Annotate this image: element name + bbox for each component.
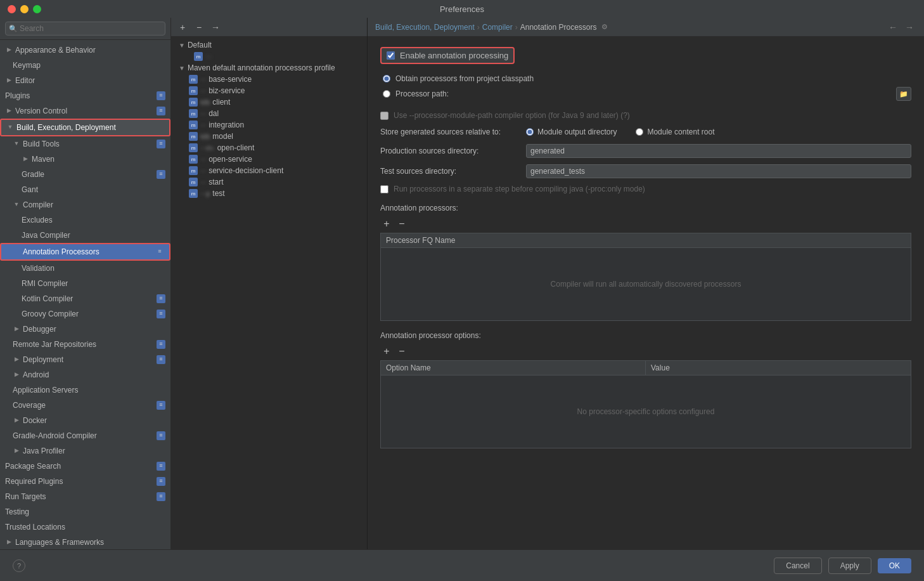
enable-annotation-checkbox[interactable] <box>387 51 395 60</box>
sidebar-item-label: Maven <box>32 153 55 165</box>
sidebar-item-label: RMI Compiler <box>22 278 68 289</box>
sidebar-item-annotation-processors[interactable]: Annotation Processors ≡ <box>0 243 170 261</box>
file-item-open-service[interactable]: m ··· open-service <box>171 153 367 165</box>
sidebar-item-application-servers[interactable]: Application Servers <box>0 382 170 398</box>
sidebar-item-version-control[interactable]: ▶ Version Control ≡ <box>0 103 170 119</box>
nav-back-button[interactable]: ← <box>886 21 900 34</box>
remove-option-button[interactable]: − <box>395 345 408 358</box>
sidebar-item-label: Testing <box>5 506 29 518</box>
sidebar-item-label: Build Tools <box>23 138 60 150</box>
sidebar-item-java-profiler[interactable]: ▶ Java Profiler <box>0 443 170 459</box>
radio-processor-path[interactable] <box>383 90 390 98</box>
file-item-start[interactable]: m ··· start <box>171 176 367 188</box>
copy-profile-button[interactable]: → <box>209 21 222 34</box>
sidebar-item-label: Coverage <box>13 400 46 411</box>
breadcrumb-bar: Build, Execution, Deployment › Compiler … <box>368 18 924 37</box>
sidebar-item-appearance[interactable]: ▶ Appearance & Behavior <box>0 42 170 58</box>
test-sources-input[interactable] <box>526 164 911 178</box>
processor-module-path-checkbox[interactable] <box>380 112 388 120</box>
sidebar-item-package-search[interactable]: Package Search ≡ <box>0 459 170 474</box>
minimize-button[interactable] <box>20 5 29 13</box>
main-content: 🔍 ▶ Appearance & Behavior Keymap ▶ Edito… <box>0 18 924 549</box>
sidebar-item-gradle[interactable]: Gradle ≡ <box>0 167 170 182</box>
remove-profile-button[interactable]: − <box>193 21 205 34</box>
file-item-maven-default[interactable]: ▼ Maven default annotation processors pr… <box>171 62 367 74</box>
nav-forward-button[interactable]: → <box>902 21 916 34</box>
prefix-blurred: tdb <box>200 133 210 140</box>
breadcrumb-part2[interactable]: Compiler <box>482 23 513 32</box>
maximize-button[interactable] <box>33 5 41 13</box>
file-item-biz-service[interactable]: m ··· biz-service <box>171 85 367 96</box>
add-option-button[interactable]: + <box>380 345 393 358</box>
file-item-model[interactable]: m tdb model <box>171 131 367 142</box>
annotation-processor-options-title: Annotation processor options: <box>380 331 911 340</box>
sidebar-item-maven[interactable]: ▶ Maven <box>0 152 170 167</box>
sidebar-item-build-exec-deploy[interactable]: ▼ Build, Execution, Deployment <box>0 119 170 136</box>
sidebar-item-languages-frameworks[interactable]: ▶ Languages & Frameworks <box>0 535 170 549</box>
sidebar-item-keymap[interactable]: Keymap <box>0 58 170 73</box>
sidebar-item-gradle-android[interactable]: Gradle-Android Compiler ≡ <box>0 428 170 443</box>
close-button[interactable] <box>8 5 16 13</box>
sidebar-item-rmi-compiler[interactable]: RMI Compiler <box>0 276 170 291</box>
file-item-base-service[interactable]: m ··· base-service <box>171 74 367 85</box>
production-sources-input[interactable] <box>526 144 911 158</box>
store-sources-label: Store generated sources relative to: <box>380 127 520 136</box>
sidebar-item-label: Appearance & Behavior <box>15 44 96 56</box>
sidebar-item-validation[interactable]: Validation <box>0 261 170 276</box>
ok-button[interactable]: OK <box>878 558 911 573</box>
sidebar-item-android[interactable]: ▶ Android <box>0 367 170 382</box>
sidebar-item-build-tools[interactable]: ▼ Build Tools ≡ <box>0 136 170 152</box>
breadcrumb-part1[interactable]: Build, Execution, Deployment <box>375 23 475 32</box>
file-item-service-decision-client[interactable]: m ··· service-decision-client <box>171 165 367 176</box>
sidebar-item-debugger[interactable]: ▶ Debugger <box>0 322 170 337</box>
sidebar-item-label: Debugger <box>23 323 56 335</box>
file-item-label: start <box>209 178 223 186</box>
prefix-blurred: ··· <box>200 167 206 174</box>
file-item-open-client[interactable]: m ···rn- open-client <box>171 142 367 153</box>
radio-content-root[interactable] <box>636 128 643 136</box>
processor-path-folder-btn[interactable]: 📁 <box>896 87 911 101</box>
sidebar-item-label: Gant <box>22 184 38 195</box>
help-icon[interactable]: ? <box>13 559 25 572</box>
radio-module-output[interactable] <box>526 128 534 136</box>
module-icon: m <box>189 178 198 186</box>
radio-classpath[interactable] <box>383 75 390 82</box>
apply-button[interactable]: Apply <box>828 558 871 574</box>
file-item-integration[interactable]: m ··· integration <box>171 119 367 131</box>
sidebar-item-kotlin-compiler[interactable]: Kotlin Compiler ≡ <box>0 291 170 306</box>
file-item-default-child[interactable]: m ··· <box>171 51 367 62</box>
sidebar-item-testing[interactable]: Testing <box>0 504 170 519</box>
sidebar-item-gant[interactable]: Gant <box>0 182 170 197</box>
file-item-default[interactable]: ▼ Default <box>171 39 367 51</box>
remove-processor-button[interactable]: − <box>395 218 408 230</box>
run-processors-checkbox[interactable] <box>380 185 388 193</box>
sidebar-item-docker[interactable]: ▶ Docker <box>0 413 170 428</box>
search-input[interactable] <box>5 22 165 36</box>
file-item-client[interactable]: m tdb client <box>171 96 367 108</box>
sidebar-item-remote-jar[interactable]: Remote Jar Repositories ≡ <box>0 337 170 352</box>
file-item-label: Maven default annotation processors prof… <box>188 63 335 72</box>
sidebar-item-editor[interactable]: ▶ Editor <box>0 73 170 88</box>
sidebar-item-groovy-compiler[interactable]: Groovy Compiler ≡ <box>0 306 170 322</box>
file-item-dal[interactable]: m ··· dal <box>171 108 367 119</box>
file-item-test[interactable]: m ···p test <box>171 188 367 199</box>
sidebar-item-compiler[interactable]: ▼ Compiler <box>0 197 170 212</box>
add-profile-button[interactable]: + <box>176 21 189 34</box>
sidebar-item-label: Plugins <box>5 90 30 101</box>
sidebar-item-run-targets[interactable]: Run Targets ≡ <box>0 489 170 504</box>
sidebar-item-excludes[interactable]: Excludes <box>0 212 170 228</box>
add-processor-button[interactable]: + <box>380 218 393 230</box>
annotation-processor-options-toolbar: + − <box>380 345 911 358</box>
sidebar-item-label: Trusted Locations <box>5 521 65 533</box>
radio-module-output-label: Module output directory <box>537 127 617 136</box>
sidebar-badge: ≡ <box>157 294 165 303</box>
sidebar-item-java-compiler[interactable]: Java Compiler <box>0 228 170 243</box>
cancel-button[interactable]: Cancel <box>774 558 821 574</box>
sidebar-item-required-plugins[interactable]: Required Plugins ≡ <box>0 474 170 489</box>
sidebar-item-plugins[interactable]: Plugins ≡ <box>0 88 170 103</box>
sidebar-item-deployment[interactable]: ▶ Deployment ≡ <box>0 352 170 367</box>
sidebar-item-coverage[interactable]: Coverage ≡ <box>0 398 170 413</box>
sidebar-item-trusted-locations[interactable]: Trusted Locations <box>0 519 170 535</box>
radio-row-classpath: Obtain processors from project classpath <box>383 74 911 83</box>
enable-annotation-checkbox-label[interactable]: Enable annotation processing <box>380 47 515 64</box>
